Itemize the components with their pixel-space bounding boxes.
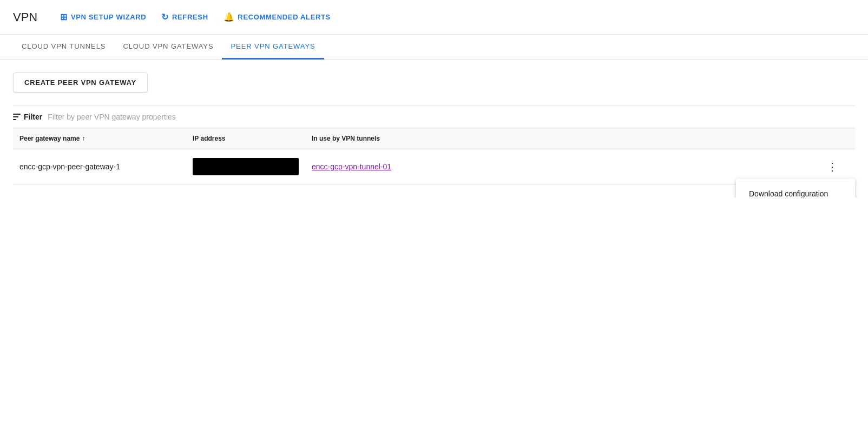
more-options-button[interactable]: ⋮ [823,157,842,176]
filter-line-1 [13,114,21,115]
create-peer-vpn-gateway-button[interactable]: CREATE PEER VPN GATEWAY [13,72,148,93]
recommended-alerts-button[interactable]: 🔔 RECOMMENDED ALERTS [218,9,336,25]
filter-line-3 [13,119,16,120]
cell-in-use-by-tunnel[interactable]: encc-gcp-vpn-tunnel-01 [305,162,823,171]
page-title: VPN [13,10,37,24]
tab-cloud-vpn-tunnels[interactable]: CLOUD VPN TUNNELS [13,35,114,60]
header: VPN ⊞ VPN SETUP WIZARD ↻ REFRESH 🔔 RECOM… [0,0,868,35]
content-area: CREATE PEER VPN GATEWAY Filter Filter by… [0,60,868,197]
more-options-cell: ⋮ Download configuration Delete [823,157,855,176]
filter-icon [13,114,21,120]
sort-asc-icon: ↑ [82,135,85,142]
table: Peer gateway name ↑ IP address In use by… [13,128,855,184]
filter-line-2 [13,116,18,117]
column-header-actions [823,135,855,142]
tab-peer-vpn-gateways[interactable]: PEER VPN GATEWAYS [222,35,324,60]
header-actions: ⊞ VPN SETUP WIZARD ↻ REFRESH 🔔 RECOMMEND… [55,9,336,25]
bell-icon: 🔔 [223,12,235,22]
plus-icon: ⊞ [60,12,68,22]
tab-cloud-vpn-gateways[interactable]: CLOUD VPN GATEWAYS [114,35,222,60]
cell-peer-gateway-name: encc-gcp-vpn-peer-gateway-1 [13,162,186,171]
refresh-icon: ↻ [161,12,169,22]
column-header-in-use-by: In use by VPN tunnels [305,135,823,142]
dropdown-item-download-config[interactable]: Download configuration [736,183,855,197]
cell-ip-address [193,158,299,175]
column-header-ip-address: IP address [186,135,305,142]
filter-label-group: Filter [13,113,42,121]
table-row: encc-gcp-vpn-peer-gateway-1 encc-gcp-vpn… [13,149,855,184]
filter-bar: Filter Filter by peer VPN gateway proper… [13,106,855,128]
vpn-setup-wizard-button[interactable]: ⊞ VPN SETUP WIZARD [55,9,152,25]
table-header: Peer gateway name ↑ IP address In use by… [13,128,855,149]
refresh-button[interactable]: ↻ REFRESH [156,9,213,25]
column-header-peer-gateway-name[interactable]: Peer gateway name ↑ [13,135,186,142]
dropdown-menu: Download configuration Delete [736,179,855,197]
tabs: CLOUD VPN TUNNELS CLOUD VPN GATEWAYS PEE… [0,35,868,60]
filter-placeholder[interactable]: Filter by peer VPN gateway properties [48,113,176,121]
